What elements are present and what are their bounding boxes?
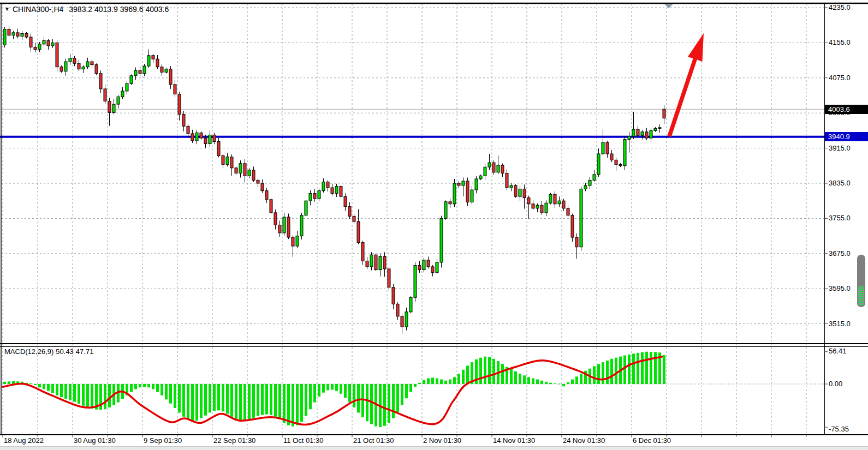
time-tick-label: 6 Dec 01:30	[633, 436, 671, 445]
time-tick-label: 2 Nov 01:30	[423, 436, 461, 445]
time-tick-label: 18 Aug 2022	[4, 436, 44, 445]
macd-main-value: 50.43	[56, 347, 74, 356]
axis-ticks	[3, 8, 828, 437]
price-tick-label: 4235.0	[829, 3, 851, 11]
macd-tick-label: 0.00	[829, 380, 842, 388]
time-tick-label: 11 Oct 01:30	[283, 436, 323, 445]
time-tick-label: 30 Aug 01:30	[74, 436, 116, 445]
time-tick-label: 22 Sep 01:30	[213, 436, 255, 445]
macd-indicator-title: MACD(12,26,9)50.4347.71	[4, 347, 96, 356]
candlestick-series	[3, 26, 665, 334]
support-line-price-tag: 3940.9	[825, 132, 868, 141]
chart-plot-area[interactable]	[0, 0, 868, 450]
price-tick-label: 3755.0	[829, 214, 851, 222]
price-tick-label: 3915.0	[829, 144, 851, 152]
time-tick-label: 9 Sep 01:30	[144, 436, 182, 445]
price-tick-label: 4155.0	[829, 38, 851, 46]
macd-tick-label: -75.35	[829, 425, 849, 433]
grid-lines	[2, 4, 824, 435]
macd-signal-value: 47.71	[76, 347, 94, 356]
symbol-timeframe-label: CHINA300-,H4	[13, 5, 63, 14]
time-tick-label: 14 Nov 01:30	[493, 436, 535, 445]
macd-tick-label: 56.41	[829, 347, 847, 355]
current-price-tag: 4003.6	[825, 105, 868, 114]
trading-chart-window: ▼CHINA300-,H43983.2 4013.9 3969.6 4003.6…	[0, 0, 868, 450]
window-bottom-strip	[0, 446, 868, 450]
price-tick-label: 3515.0	[829, 320, 851, 328]
price-tick-label: 3675.0	[829, 249, 851, 257]
price-tick-label: 3595.0	[829, 284, 851, 292]
time-tick-label: 24 Nov 01:30	[563, 436, 605, 445]
macd-histogram	[3, 352, 665, 427]
ohlc-quote-label: 3983.2 4013.9 3969.6 4003.6	[69, 5, 169, 14]
scroll-thumb-stripes	[858, 286, 864, 305]
chart-title: ▼CHINA300-,H43983.2 4013.9 3969.6 4003.6	[4, 5, 169, 14]
price-tick-label: 3835.0	[829, 179, 851, 187]
right-edge-scroll-thumb[interactable]	[857, 255, 865, 307]
price-tick-label: 4075.0	[829, 74, 851, 82]
symbol-dropdown-icon[interactable]: ▼	[4, 6, 10, 12]
time-tick-label: 21 Oct 01:30	[353, 436, 394, 445]
macd-label: MACD(12,26,9)	[4, 347, 53, 356]
up-trend-arrow	[669, 33, 704, 136]
